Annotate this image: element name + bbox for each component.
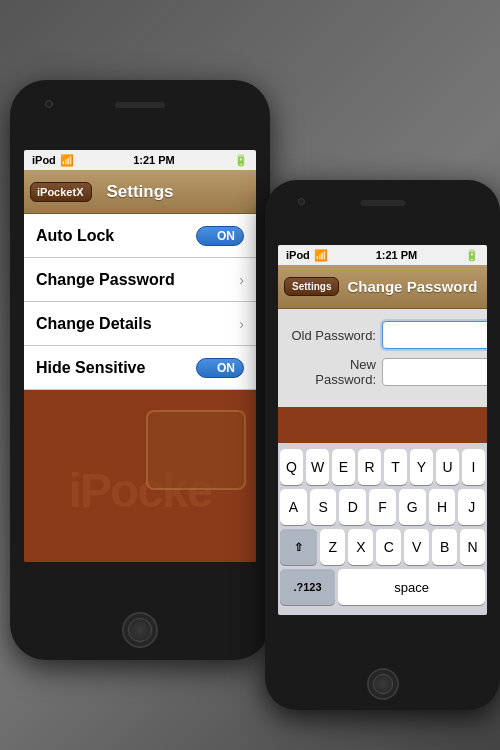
phone2-status-bar: iPod 📶 1:21 PM 🔋 bbox=[278, 245, 487, 265]
phone1-settings-list: Auto Lock ON Change Password › Change De… bbox=[24, 214, 256, 390]
old-password-row: Old Password: bbox=[286, 321, 479, 349]
key-t[interactable]: T bbox=[384, 449, 407, 485]
old-password-label: Old Password: bbox=[286, 328, 376, 343]
key-z[interactable]: Z bbox=[320, 529, 345, 565]
hide-sensitive-toggle[interactable]: ON bbox=[196, 358, 244, 378]
new-password-input[interactable] bbox=[382, 358, 487, 386]
phone1-battery-icon: 🔋 bbox=[234, 154, 248, 167]
key-r[interactable]: R bbox=[358, 449, 381, 485]
phone2-wifi-icon: 📶 bbox=[314, 249, 328, 262]
key-j[interactable]: J bbox=[458, 489, 485, 525]
autolock-label: Auto Lock bbox=[36, 227, 114, 245]
phone2-camera bbox=[298, 198, 305, 205]
phone1-wallet-bg: iPocke bbox=[24, 390, 256, 562]
phone2-carrier: iPod bbox=[286, 249, 310, 261]
key-q[interactable]: Q bbox=[280, 449, 303, 485]
change-password-form: Old Password: New Password: bbox=[278, 309, 487, 407]
phone1-screen: iPod 📶 1:21 PM 🔋 iPocketX Settings Auto … bbox=[24, 150, 256, 562]
key-x[interactable]: X bbox=[348, 529, 373, 565]
phone2-speaker bbox=[360, 200, 405, 206]
phone2-back-button[interactable]: Settings bbox=[284, 277, 339, 296]
wallet-image bbox=[146, 410, 246, 490]
keyboard-row-2: A S D F G H J bbox=[280, 489, 485, 525]
settings-row-change-password[interactable]: Change Password › bbox=[24, 258, 256, 302]
keyboard-row-4: .?123 space bbox=[280, 569, 485, 605]
phone1-carrier: iPod bbox=[32, 154, 56, 166]
phone2-screen: iPod 📶 1:21 PM 🔋 Settings Change Passwor… bbox=[278, 245, 487, 615]
settings-row-hide-sensitive[interactable]: Hide Sensitive ON bbox=[24, 346, 256, 390]
chevron-right-icon2: › bbox=[239, 316, 244, 332]
key-i[interactable]: I bbox=[462, 449, 485, 485]
key-u[interactable]: U bbox=[436, 449, 459, 485]
phone1-time: 1:21 PM bbox=[133, 154, 175, 166]
phone2-navbar: Settings Change Password bbox=[278, 265, 487, 309]
key-f[interactable]: F bbox=[369, 489, 396, 525]
change-password-label: Change Password bbox=[36, 271, 175, 289]
shift-key[interactable]: ⇧ bbox=[280, 529, 317, 565]
key-a[interactable]: A bbox=[280, 489, 307, 525]
keyboard-row-1: Q W E R T Y U I bbox=[280, 449, 485, 485]
key-n[interactable]: N bbox=[460, 529, 485, 565]
phone2-battery-icon: 🔋 bbox=[465, 249, 479, 262]
phone1-status-left: iPod 📶 bbox=[32, 154, 74, 167]
settings-row-change-details[interactable]: Change Details › bbox=[24, 302, 256, 346]
phone2-nav-title: Change Password bbox=[347, 278, 477, 295]
phone1-device: iPod 📶 1:21 PM 🔋 iPocketX Settings Auto … bbox=[10, 80, 270, 660]
hide-sensitive-label: Hide Sensitive bbox=[36, 359, 145, 377]
key-g[interactable]: G bbox=[399, 489, 426, 525]
phone2-status-left: iPod 📶 bbox=[286, 249, 328, 262]
phone1-back-button[interactable]: iPocketX bbox=[30, 182, 92, 202]
chevron-right-icon: › bbox=[239, 272, 244, 288]
phone2-device: iPod 📶 1:21 PM 🔋 Settings Change Passwor… bbox=[265, 180, 500, 710]
phone1-status-bar: iPod 📶 1:21 PM 🔋 bbox=[24, 150, 256, 170]
numbers-key[interactable]: .?123 bbox=[280, 569, 335, 605]
old-password-input[interactable] bbox=[382, 321, 487, 349]
phone1-navbar: iPocketX Settings bbox=[24, 170, 256, 214]
key-d[interactable]: D bbox=[339, 489, 366, 525]
autolock-toggle[interactable]: ON bbox=[196, 226, 244, 246]
phone1-camera bbox=[45, 100, 53, 108]
phone2-home-button[interactable] bbox=[367, 668, 399, 700]
change-details-label: Change Details bbox=[36, 315, 152, 333]
phone1-speaker bbox=[115, 102, 165, 108]
new-password-label: New Password: bbox=[286, 357, 376, 387]
key-w[interactable]: W bbox=[306, 449, 329, 485]
key-s[interactable]: S bbox=[310, 489, 337, 525]
new-password-row: New Password: bbox=[286, 357, 479, 387]
phone1-nav-title: Settings bbox=[106, 182, 173, 202]
space-key[interactable]: space bbox=[338, 569, 485, 605]
phone2-time: 1:21 PM bbox=[376, 249, 418, 261]
key-b[interactable]: B bbox=[432, 529, 457, 565]
key-h[interactable]: H bbox=[429, 489, 456, 525]
settings-row-autolock[interactable]: Auto Lock ON bbox=[24, 214, 256, 258]
keyboard: Q W E R T Y U I A S D F G H J ⇧ bbox=[278, 443, 487, 615]
key-v[interactable]: V bbox=[404, 529, 429, 565]
key-e[interactable]: E bbox=[332, 449, 355, 485]
phone1-wifi-icon: 📶 bbox=[60, 154, 74, 167]
key-c[interactable]: C bbox=[376, 529, 401, 565]
key-y[interactable]: Y bbox=[410, 449, 433, 485]
keyboard-row-3: ⇧ Z X C V B N bbox=[280, 529, 485, 565]
phone1-home-button[interactable] bbox=[122, 612, 158, 648]
